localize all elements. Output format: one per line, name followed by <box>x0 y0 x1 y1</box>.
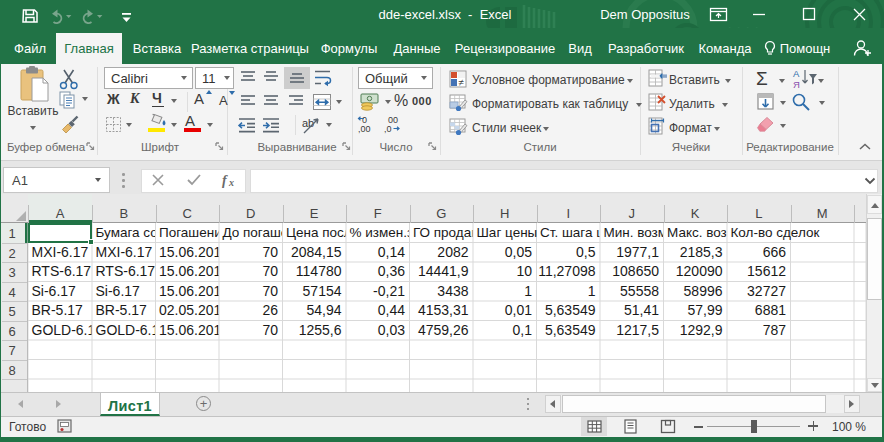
svg-text:10: 10 <box>516 263 532 279</box>
svg-text:70: 70 <box>262 263 278 279</box>
svg-text:RTS-6.17: RTS-6.17 <box>32 263 92 279</box>
svg-text:Шаг цены: Шаг цены <box>477 225 538 240</box>
svg-text:BR-5.17: BR-5.17 <box>32 302 84 318</box>
svg-text:Я: Я <box>793 79 800 90</box>
svg-text:32727: 32727 <box>747 283 786 299</box>
svg-text:55558: 55558 <box>620 283 659 299</box>
svg-text:57,99: 57,99 <box>687 302 722 318</box>
svg-text:0,1: 0,1 <box>513 322 533 338</box>
svg-text:1255,6: 1255,6 <box>299 322 342 338</box>
svg-text:0,36: 0,36 <box>378 263 405 279</box>
svg-text:120090: 120090 <box>676 263 723 279</box>
svg-text:1: 1 <box>524 283 532 299</box>
svg-text:2185,3: 2185,3 <box>680 244 723 260</box>
svg-text:f: f <box>222 173 228 188</box>
svg-text:4153,31: 4153,31 <box>418 302 469 318</box>
svg-text:RTS-6.17: RTS-6.17 <box>96 263 156 279</box>
svg-text:51,41: 51,41 <box>624 302 659 318</box>
svg-text:54,94: 54,94 <box>306 302 341 318</box>
svg-text:5,63549: 5,63549 <box>545 302 596 318</box>
svg-text:1: 1 <box>588 283 596 299</box>
svg-text:MXI-6.17: MXI-6.17 <box>32 244 89 260</box>
svg-text:108650: 108650 <box>612 263 659 279</box>
svg-text:≠: ≠ <box>459 77 465 88</box>
svg-text:-0,21: -0,21 <box>373 283 405 299</box>
svg-text:1217,5: 1217,5 <box>616 322 659 338</box>
svg-text:26: 26 <box>262 302 278 318</box>
svg-text:3438: 3438 <box>437 283 468 299</box>
svg-text:114780: 114780 <box>296 263 342 279</box>
svg-text:2084,15: 2084,15 <box>291 244 342 260</box>
svg-text:ab: ab <box>302 117 314 129</box>
svg-text:2082: 2082 <box>437 244 468 260</box>
svg-text:70: 70 <box>262 244 278 260</box>
svg-text:0,01: 0,01 <box>505 302 532 318</box>
svg-text:Si-6.17: Si-6.17 <box>32 283 77 299</box>
svg-text:58996: 58996 <box>684 283 723 299</box>
svg-text:Кол-во сделок: Кол-во сделок <box>731 225 820 240</box>
svg-text:0,03: 0,03 <box>378 322 405 338</box>
svg-text:1292,9: 1292,9 <box>680 322 723 338</box>
svg-text:15612: 15612 <box>747 263 786 279</box>
svg-text:4759,26: 4759,26 <box>418 322 469 338</box>
svg-text:787: 787 <box>763 322 787 338</box>
svg-text:0,5: 0,5 <box>576 244 596 260</box>
svg-text:5,63549: 5,63549 <box>545 322 596 338</box>
svg-text:А: А <box>793 68 800 79</box>
svg-text:11,27098: 11,27098 <box>538 263 596 279</box>
svg-text:00: 00 <box>388 116 398 125</box>
svg-text:0,44: 0,44 <box>378 302 405 318</box>
svg-text:70: 70 <box>262 322 278 338</box>
svg-text:Si-6.17: Si-6.17 <box>96 283 141 299</box>
svg-text:0: 0 <box>362 116 367 125</box>
svg-text:x: x <box>228 177 234 188</box>
svg-text:57154: 57154 <box>303 283 342 299</box>
svg-text:,00: ,00 <box>358 124 371 134</box>
svg-text:1977,1: 1977,1 <box>616 244 659 260</box>
svg-text:0,14: 0,14 <box>378 244 405 260</box>
svg-text:MXI-6.17: MXI-6.17 <box>96 244 153 260</box>
svg-text:BR-5.17: BR-5.17 <box>96 302 148 318</box>
svg-text:6881: 6881 <box>755 302 786 318</box>
svg-text:70: 70 <box>262 283 278 299</box>
svg-text:14441,9: 14441,9 <box>418 263 469 279</box>
svg-text:0,05: 0,05 <box>505 244 532 260</box>
svg-text:,0: ,0 <box>384 124 392 134</box>
svg-text:666: 666 <box>763 244 787 260</box>
